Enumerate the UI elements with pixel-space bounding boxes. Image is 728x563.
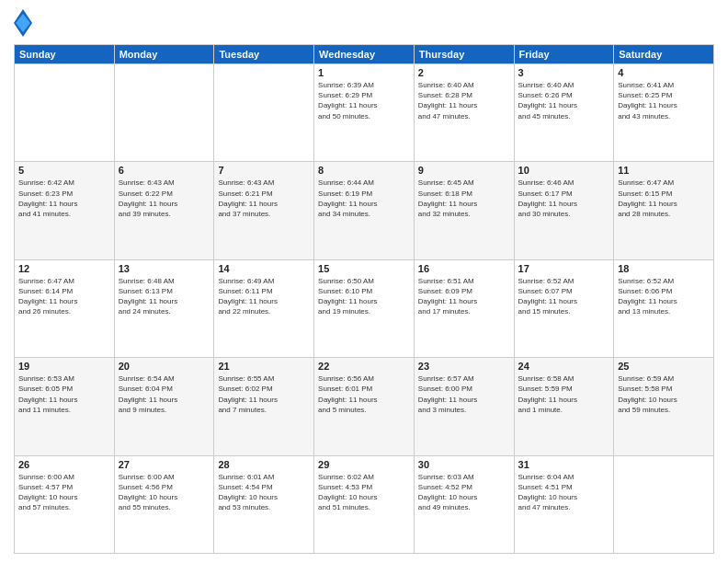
day-number: 11: [618, 165, 710, 176]
day-number: 3: [518, 67, 610, 78]
calendar-cell: 25Sunrise: 6:59 AM Sunset: 5:58 PM Dayli…: [614, 358, 714, 455]
calendar-cell: 20Sunrise: 6:54 AM Sunset: 6:04 PM Dayli…: [114, 358, 214, 455]
calendar-cell: [614, 455, 714, 553]
calendar-table: SundayMondayTuesdayWednesdayThursdayFrid…: [14, 44, 714, 554]
calendar-cell: [214, 64, 314, 162]
calendar-cell: 16Sunrise: 6:51 AM Sunset: 6:09 PM Dayli…: [414, 259, 514, 357]
calendar-header: SundayMondayTuesdayWednesdayThursdayFrid…: [15, 45, 714, 64]
calendar-cell: 13Sunrise: 6:48 AM Sunset: 6:13 PM Dayli…: [114, 259, 214, 357]
calendar-cell: 17Sunrise: 6:52 AM Sunset: 6:07 PM Dayli…: [514, 259, 614, 357]
day-info: Sunrise: 6:39 AM Sunset: 6:29 PM Dayligh…: [318, 80, 410, 121]
weekday-row: SundayMondayTuesdayWednesdayThursdayFrid…: [15, 45, 714, 64]
calendar-week-row: 1Sunrise: 6:39 AM Sunset: 6:29 PM Daylig…: [15, 64, 714, 162]
day-info: Sunrise: 6:46 AM Sunset: 6:17 PM Dayligh…: [518, 178, 610, 219]
calendar-cell: 11Sunrise: 6:47 AM Sunset: 6:15 PM Dayli…: [614, 162, 714, 259]
weekday-header: Thursday: [414, 45, 514, 64]
day-info: Sunrise: 6:45 AM Sunset: 6:18 PM Dayligh…: [418, 178, 510, 219]
day-info: Sunrise: 6:50 AM Sunset: 6:10 PM Dayligh…: [318, 276, 410, 317]
day-info: Sunrise: 6:01 AM Sunset: 4:54 PM Dayligh…: [218, 472, 310, 513]
day-number: 9: [418, 165, 510, 176]
day-info: Sunrise: 6:47 AM Sunset: 6:14 PM Dayligh…: [18, 276, 110, 317]
day-number: 5: [18, 165, 110, 176]
day-info: Sunrise: 6:58 AM Sunset: 5:59 PM Dayligh…: [518, 373, 610, 415]
day-number: 2: [418, 67, 510, 78]
day-number: 24: [518, 361, 610, 372]
day-info: Sunrise: 6:04 AM Sunset: 4:51 PM Dayligh…: [518, 472, 610, 513]
calendar-cell: 26Sunrise: 6:00 AM Sunset: 4:57 PM Dayli…: [15, 455, 115, 553]
calendar-cell: 29Sunrise: 6:02 AM Sunset: 4:53 PM Dayli…: [314, 455, 415, 553]
day-info: Sunrise: 6:43 AM Sunset: 6:21 PM Dayligh…: [218, 178, 310, 219]
calendar-cell: 9Sunrise: 6:45 AM Sunset: 6:18 PM Daylig…: [414, 162, 514, 259]
day-number: 14: [218, 263, 310, 274]
day-number: 20: [119, 361, 210, 372]
calendar-cell: 27Sunrise: 6:00 AM Sunset: 4:56 PM Dayli…: [114, 455, 214, 553]
day-number: 30: [418, 459, 510, 470]
calendar-cell: 5Sunrise: 6:42 AM Sunset: 6:23 PM Daylig…: [15, 162, 115, 259]
calendar-body: 1Sunrise: 6:39 AM Sunset: 6:29 PM Daylig…: [15, 64, 714, 554]
calendar-cell: 19Sunrise: 6:53 AM Sunset: 6:05 PM Dayli…: [15, 358, 115, 455]
day-number: 16: [418, 263, 510, 274]
day-info: Sunrise: 6:48 AM Sunset: 6:13 PM Dayligh…: [119, 276, 210, 317]
weekday-header: Wednesday: [314, 45, 415, 64]
day-number: 25: [618, 361, 710, 372]
calendar-cell: 22Sunrise: 6:56 AM Sunset: 6:01 PM Dayli…: [314, 358, 415, 455]
header: [14, 9, 714, 37]
day-info: Sunrise: 6:00 AM Sunset: 4:57 PM Dayligh…: [18, 472, 110, 513]
calendar-cell: [114, 64, 214, 162]
day-info: Sunrise: 6:57 AM Sunset: 6:00 PM Dayligh…: [418, 373, 510, 415]
day-number: 10: [518, 165, 610, 176]
calendar-cell: 30Sunrise: 6:03 AM Sunset: 4:52 PM Dayli…: [414, 455, 514, 553]
day-info: Sunrise: 6:55 AM Sunset: 6:02 PM Dayligh…: [218, 373, 310, 415]
day-info: Sunrise: 6:02 AM Sunset: 4:53 PM Dayligh…: [318, 472, 410, 513]
weekday-header: Monday: [114, 45, 214, 64]
calendar-cell: 1Sunrise: 6:39 AM Sunset: 6:29 PM Daylig…: [314, 64, 415, 162]
day-number: 23: [418, 361, 510, 372]
logo-icon: [14, 9, 32, 37]
calendar-cell: 28Sunrise: 6:01 AM Sunset: 4:54 PM Dayli…: [214, 455, 314, 553]
day-number: 22: [318, 361, 410, 372]
day-number: 18: [618, 263, 710, 274]
logo: [14, 9, 36, 37]
day-info: Sunrise: 6:52 AM Sunset: 6:07 PM Dayligh…: [518, 276, 610, 317]
day-number: 1: [318, 67, 410, 78]
calendar-cell: 23Sunrise: 6:57 AM Sunset: 6:00 PM Dayli…: [414, 358, 514, 455]
day-number: 6: [119, 165, 210, 176]
calendar-cell: 12Sunrise: 6:47 AM Sunset: 6:14 PM Dayli…: [15, 259, 115, 357]
day-info: Sunrise: 6:03 AM Sunset: 4:52 PM Dayligh…: [418, 472, 510, 513]
day-info: Sunrise: 6:56 AM Sunset: 6:01 PM Dayligh…: [318, 373, 410, 415]
day-number: 21: [218, 361, 310, 372]
day-info: Sunrise: 6:41 AM Sunset: 6:25 PM Dayligh…: [618, 80, 710, 121]
day-number: 12: [18, 263, 110, 274]
calendar-cell: 10Sunrise: 6:46 AM Sunset: 6:17 PM Dayli…: [514, 162, 614, 259]
calendar-cell: 7Sunrise: 6:43 AM Sunset: 6:21 PM Daylig…: [214, 162, 314, 259]
calendar-week-row: 19Sunrise: 6:53 AM Sunset: 6:05 PM Dayli…: [15, 358, 714, 455]
day-info: Sunrise: 6:52 AM Sunset: 6:06 PM Dayligh…: [618, 276, 710, 317]
weekday-header: Sunday: [15, 45, 115, 64]
day-info: Sunrise: 6:00 AM Sunset: 4:56 PM Dayligh…: [119, 472, 210, 513]
day-info: Sunrise: 6:59 AM Sunset: 5:58 PM Dayligh…: [618, 373, 710, 415]
day-info: Sunrise: 6:51 AM Sunset: 6:09 PM Dayligh…: [418, 276, 510, 317]
weekday-header: Saturday: [614, 45, 714, 64]
day-number: 29: [318, 459, 410, 470]
svg-marker-1: [16, 14, 30, 32]
day-info: Sunrise: 6:54 AM Sunset: 6:04 PM Dayligh…: [119, 373, 210, 415]
calendar-week-row: 12Sunrise: 6:47 AM Sunset: 6:14 PM Dayli…: [15, 259, 714, 357]
day-info: Sunrise: 6:42 AM Sunset: 6:23 PM Dayligh…: [18, 178, 110, 219]
calendar-cell: [15, 64, 115, 162]
day-info: Sunrise: 6:47 AM Sunset: 6:15 PM Dayligh…: [618, 178, 710, 219]
day-info: Sunrise: 6:43 AM Sunset: 6:22 PM Dayligh…: [119, 178, 210, 219]
day-number: 7: [218, 165, 310, 176]
calendar-cell: 31Sunrise: 6:04 AM Sunset: 4:51 PM Dayli…: [514, 455, 614, 553]
day-number: 27: [119, 459, 210, 470]
calendar-cell: 14Sunrise: 6:49 AM Sunset: 6:11 PM Dayli…: [214, 259, 314, 357]
calendar-week-row: 26Sunrise: 6:00 AM Sunset: 4:57 PM Dayli…: [15, 455, 714, 553]
day-info: Sunrise: 6:40 AM Sunset: 6:28 PM Dayligh…: [418, 80, 510, 121]
day-info: Sunrise: 6:53 AM Sunset: 6:05 PM Dayligh…: [18, 373, 110, 415]
calendar-week-row: 5Sunrise: 6:42 AM Sunset: 6:23 PM Daylig…: [15, 162, 714, 259]
day-number: 15: [318, 263, 410, 274]
calendar-cell: 2Sunrise: 6:40 AM Sunset: 6:28 PM Daylig…: [414, 64, 514, 162]
calendar-cell: 18Sunrise: 6:52 AM Sunset: 6:06 PM Dayli…: [614, 259, 714, 357]
calendar-cell: 21Sunrise: 6:55 AM Sunset: 6:02 PM Dayli…: [214, 358, 314, 455]
day-number: 19: [18, 361, 110, 372]
day-number: 17: [518, 263, 610, 274]
